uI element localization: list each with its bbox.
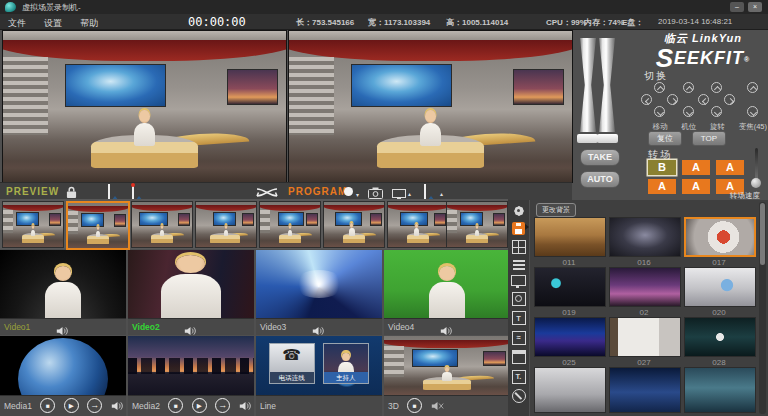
scene-item[interactable]: [684, 367, 754, 414]
disable-overlay-icon[interactable]: [512, 389, 526, 403]
loop-button[interactable]: →: [87, 398, 102, 413]
scene-item[interactable]: [609, 367, 679, 414]
transition-b-button[interactable]: B: [648, 160, 676, 175]
phone-call-button[interactable]: ☎ 电话连线: [269, 343, 315, 384]
angle-thumbnail-6[interactable]: [323, 201, 385, 248]
angle-thumbnail-4[interactable]: [195, 201, 257, 248]
side-tool-column: T ≈ T.: [508, 200, 529, 416]
effects-icon[interactable]: ≈: [512, 331, 526, 345]
top-button[interactable]: TOP: [692, 131, 726, 146]
angle-thumbnail-5[interactable]: [259, 201, 321, 248]
monitor-output-icon[interactable]: [511, 275, 526, 286]
angle-thumbnail-1[interactable]: [2, 201, 64, 248]
scene-item[interactable]: 019: [534, 267, 604, 317]
line-thumbnail[interactable]: ☎ 电话连线 主持人: [256, 336, 382, 395]
scene-item[interactable]: 020: [684, 267, 754, 317]
program-label: PROGRAM: [288, 186, 347, 197]
scene-3d-thumbnail[interactable]: [384, 336, 510, 395]
angle-thumbnail-7[interactable]: [387, 201, 449, 248]
camera-up-button[interactable]: [683, 82, 694, 93]
window-overlay-icon[interactable]: [512, 350, 526, 364]
scene-item-selected[interactable]: 017: [684, 217, 754, 267]
video1-thumbnail[interactable]: [0, 250, 126, 318]
move-down-button[interactable]: [654, 106, 665, 117]
video4-thumbnail[interactable]: [384, 250, 510, 318]
window-title: 虚拟场景录制机-: [22, 2, 81, 13]
length-label: 长：: [296, 18, 312, 27]
angle-thumbnail-3[interactable]: [131, 201, 193, 248]
t-bar-right[interactable]: [599, 38, 615, 132]
stop-button[interactable]: ■: [168, 398, 183, 413]
subtitle-tool-icon[interactable]: T.: [512, 370, 526, 384]
scene-item[interactable]: 011: [534, 217, 604, 267]
media-cell-line: ☎ 电话连线 主持人 Line: [256, 336, 382, 416]
reset-button[interactable]: 复位: [648, 131, 682, 146]
volume-muted-icon[interactable]: [431, 397, 444, 415]
video3-label: Video3: [260, 322, 286, 332]
change-background-tab[interactable]: 更改背景: [536, 203, 576, 217]
scene-item[interactable]: 027: [609, 317, 679, 367]
move-right-button[interactable]: [667, 94, 678, 105]
zoom-in-button[interactable]: [747, 82, 758, 93]
stream-dropdown-icon[interactable]: ▴: [408, 190, 411, 197]
record-dropdown-icon[interactable]: ▾: [356, 191, 359, 198]
media1-thumbnail[interactable]: [0, 336, 126, 395]
volume-icon[interactable]: [239, 397, 252, 415]
playlist-icon[interactable]: [513, 260, 525, 270]
scene-scrollbar[interactable]: [759, 202, 766, 414]
monitor-toolbar: PREVIEW PROGRAM ▾ ▴ ▴: [0, 182, 572, 200]
t-bar-right-handle[interactable]: [597, 134, 618, 143]
play-button[interactable]: ▶: [192, 398, 207, 413]
menu-help[interactable]: 帮助: [80, 17, 98, 30]
line-label: Line: [260, 397, 276, 415]
angle-thumbnail-8[interactable]: [446, 201, 508, 248]
t-bar-left[interactable]: [580, 38, 596, 132]
play-button[interactable]: ▶: [64, 398, 79, 413]
video3-thumbnail[interactable]: [256, 250, 382, 318]
scene-item[interactable]: 02: [609, 267, 679, 317]
layout-grid-icon[interactable]: [512, 240, 526, 254]
save-background-icon-active[interactable]: [512, 222, 525, 235]
menu-file[interactable]: 文件: [8, 17, 26, 30]
text-tool-icon[interactable]: T: [512, 311, 526, 325]
scene-item[interactable]: 016: [609, 217, 679, 267]
preview-monitor[interactable]: [2, 30, 287, 183]
stop-button[interactable]: ■: [407, 398, 422, 413]
minimize-button[interactable]: –: [730, 2, 744, 12]
angle-thumbnail-2-selected[interactable]: [66, 201, 130, 250]
rotate-left-button[interactable]: [698, 94, 709, 105]
transition-a-button[interactable]: A: [648, 179, 676, 194]
studio-light-icon[interactable]: [512, 292, 526, 306]
camera-down-button[interactable]: [683, 106, 694, 117]
rotate-down-button[interactable]: [711, 106, 722, 117]
auto-button[interactable]: AUTO: [580, 171, 620, 188]
capture-dropdown-icon[interactable]: ▴: [440, 190, 443, 197]
move-left-button[interactable]: [641, 94, 652, 105]
host-button[interactable]: 主持人: [323, 343, 369, 384]
record-dot-icon[interactable]: [344, 187, 353, 196]
settings-gear-icon[interactable]: [513, 205, 524, 216]
transition-a-button[interactable]: A: [716, 160, 744, 175]
scene-scrollbar-thumb[interactable]: [760, 203, 765, 265]
rotate-up-button[interactable]: [711, 82, 722, 93]
program-monitor[interactable]: [288, 30, 573, 183]
take-button[interactable]: TAKE: [580, 149, 620, 166]
t-bar-left-handle[interactable]: [577, 134, 598, 143]
zoom-out-button[interactable]: [747, 106, 758, 117]
move-up-button[interactable]: [654, 82, 665, 93]
transition-a-button[interactable]: A: [682, 160, 710, 175]
scene-item[interactable]: 028: [684, 317, 754, 367]
scene-item[interactable]: 025: [534, 317, 604, 367]
scene-item[interactable]: [534, 367, 604, 414]
close-button[interactable]: ×: [748, 2, 762, 12]
transition-a-button[interactable]: A: [682, 179, 710, 194]
volume-icon[interactable]: [111, 397, 124, 415]
media2-thumbnail[interactable]: [128, 336, 254, 395]
phone-icon: ☎: [270, 346, 314, 364]
transition-speed-knob[interactable]: [751, 178, 761, 188]
loop-button[interactable]: →: [215, 398, 230, 413]
video2-thumbnail[interactable]: [128, 250, 254, 318]
rotate-right-button[interactable]: [724, 94, 735, 105]
menu-settings[interactable]: 设置: [44, 17, 62, 30]
stop-button[interactable]: ■: [40, 398, 55, 413]
